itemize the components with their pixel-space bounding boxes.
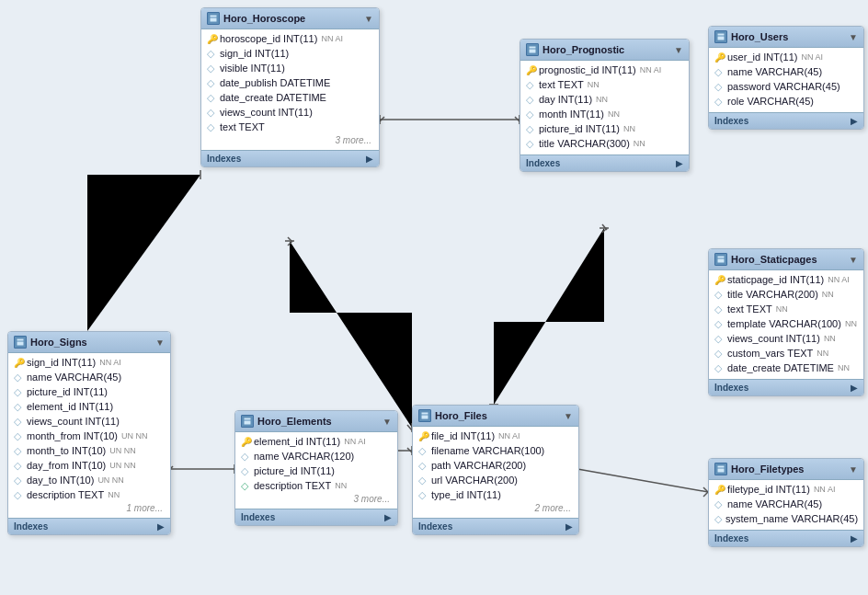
table-title-users: Horo_Users	[731, 31, 788, 42]
pk-icon: 🔑	[526, 65, 535, 75]
table-footer-signs[interactable]: Indexes ▶	[8, 518, 170, 534]
table-title-signs: Horo_Signs	[30, 337, 87, 348]
fk-icon: ◇	[714, 96, 724, 108]
table-dropdown-files[interactable]: ▼	[564, 411, 573, 421]
field-element-id: ◇ element_id INT(11)	[8, 399, 170, 414]
table-header-elements: Horo_Elements ▼	[235, 411, 397, 432]
table-dropdown-prognostic[interactable]: ▼	[674, 45, 683, 55]
table-dropdown-staticpages[interactable]: ▼	[849, 255, 858, 265]
svg-line-26	[577, 469, 708, 492]
table-footer-users[interactable]: Indexes ▶	[709, 112, 863, 129]
field-system-name: ◇ system_name VARCHAR(45)	[709, 511, 863, 526]
field-type-id: ◇ type_id INT(11)	[413, 487, 578, 502]
pk-icon: 🔑	[714, 275, 724, 285]
more-fields-elements: 3 more...	[235, 493, 397, 505]
field-picture-id-prog: ◇ picture_id INT(11) NN	[520, 121, 689, 136]
fk-icon: ◇	[14, 475, 23, 486]
fk-icon: ◇	[714, 333, 724, 345]
table-title-filetypes: Horo_Filetypes	[731, 463, 804, 475]
table-title-staticpages: Horo_Staticpages	[731, 254, 817, 265]
fk-icon: ◇	[526, 138, 535, 150]
table-footer-horoscope[interactable]: Indexes ▶	[201, 150, 379, 166]
table-footer-elements[interactable]: Indexes ▶	[235, 509, 397, 525]
field-day: ◇ day INT(11) NN	[520, 92, 689, 107]
fk-icon: ◇	[207, 107, 216, 119]
fk-icon: ◇	[714, 81, 724, 93]
table-dropdown-users[interactable]: ▼	[849, 32, 858, 42]
fk-icon: ◇	[526, 94, 535, 106]
field-picture-id-elements: ◇ picture_id INT(11)	[235, 463, 397, 478]
table-icon-prognostic	[526, 43, 539, 56]
field-month-from: ◇ month_from INT(10) UN NN	[8, 429, 170, 443]
field-role: ◇ role VARCHAR(45)	[709, 94, 863, 109]
table-dropdown-filetypes[interactable]: ▼	[849, 464, 858, 475]
footer-arrow-prognostic: ▶	[676, 158, 683, 168]
table-header-filetypes: Horo_Filetypes ▼	[709, 459, 863, 480]
table-horo-users[interactable]: Horo_Users ▼ 🔑 user_id INT(11) NN AI ◇ n…	[708, 26, 864, 130]
field-user-id: 🔑 user_id INT(11) NN AI	[709, 50, 863, 64]
footer-arrow-elements: ▶	[384, 512, 392, 522]
field-sign-id: ◇ sign_id INT(11)	[201, 46, 379, 61]
fk-icon: ◇	[207, 63, 216, 74]
field-url: ◇ url VARCHAR(200)	[413, 473, 578, 487]
field-day-to: ◇ day_to INT(10) UN NN	[8, 473, 170, 487]
table-body-filetypes: 🔑 filetype_id INT(11) NN AI ◇ name VARCH…	[709, 480, 863, 528]
svg-line-3	[380, 117, 384, 121]
fk-icon: ◇	[14, 489, 23, 501]
fk-icon: ◇	[526, 109, 535, 120]
fk-icon: ◇	[241, 451, 250, 463]
more-fields-horoscope: 3 more...	[201, 134, 379, 146]
table-dropdown-signs[interactable]: ▼	[155, 338, 165, 348]
svg-rect-36	[529, 46, 536, 53]
table-footer-filetypes[interactable]: Indexes ▶	[709, 530, 863, 546]
table-horo-staticpages[interactable]: Horo_Staticpages ▼ 🔑 staticpage_id INT(1…	[708, 248, 864, 396]
fk-icon: ◇	[14, 445, 23, 457]
more-fields-signs: 1 more...	[8, 502, 170, 514]
fk-icon: ◇	[526, 79, 535, 91]
footer-arrow-filetypes: ▶	[851, 533, 858, 544]
svg-line-11	[288, 237, 292, 242]
field-date-publish: ◇ date_publish DATETIME	[201, 75, 379, 90]
table-horo-elements[interactable]: Horo_Elements ▼ 🔑 element_id INT(11) NN …	[234, 410, 398, 526]
table-header-prognostic: Horo_Prognostic ▼	[520, 40, 689, 61]
table-footer-prognostic[interactable]: Indexes ▶	[520, 154, 689, 171]
table-title-elements: Horo_Elements	[257, 416, 332, 427]
field-name-elements: ◇ name VARCHAR(120)	[235, 449, 397, 463]
field-file-id: 🔑 file_id INT(11) NN AI	[413, 429, 578, 443]
table-title-horoscope: Horo_Horoscope	[223, 13, 305, 24]
svg-rect-42	[717, 465, 725, 473]
fk-icon: ◇	[14, 401, 23, 413]
svg-rect-40	[717, 256, 725, 263]
table-footer-staticpages[interactable]: Indexes ▶	[709, 379, 863, 395]
table-horo-files[interactable]: Horo_Files ▼ 🔑 file_id INT(11) NN AI ◇ f…	[412, 405, 579, 535]
table-horo-prognostic[interactable]: Horo_Prognostic ▼ 🔑 prognostic_id INT(11…	[520, 39, 690, 172]
table-footer-files[interactable]: Indexes ▶	[413, 518, 578, 534]
fk-icon: ◇	[14, 416, 23, 428]
svg-rect-46	[244, 418, 251, 425]
table-horo-signs[interactable]: Horo_Signs ▼ 🔑 sign_id INT(11) NN AI ◇ n…	[7, 331, 171, 535]
field-filename: ◇ filename VARCHAR(100)	[413, 443, 578, 458]
fk-icon: ◇	[14, 372, 23, 383]
table-dropdown-horoscope[interactable]: ▼	[364, 14, 373, 24]
footer-arrow-users: ▶	[851, 116, 858, 126]
field-title-static: ◇ title VARCHAR(200) NN	[709, 287, 863, 302]
table-horo-horoscope[interactable]: Horo_Horoscope ▼ 🔑 horoscope_id INT(11) …	[200, 7, 380, 167]
table-header-files: Horo_Files ▼	[413, 406, 578, 427]
svg-rect-44	[17, 338, 24, 346]
table-body-signs: 🔑 sign_id INT(11) NN AI ◇ name VARCHAR(4…	[8, 353, 170, 516]
field-date-create: ◇ date_create DATETIME	[201, 90, 379, 105]
field-title-prog: ◇ title VARCHAR(300) NN	[520, 136, 689, 151]
table-horo-filetypes[interactable]: Horo_Filetypes ▼ 🔑 filetype_id INT(11) N…	[708, 458, 864, 547]
field-text-static: ◇ text TEXT NN	[709, 302, 863, 316]
fk-icon: ◇	[714, 289, 724, 301]
field-text-prog: ◇ text TEXT NN	[520, 77, 689, 92]
field-sign-id-signs: 🔑 sign_id INT(11) NN AI	[8, 355, 170, 370]
fk-icon: ◇	[714, 66, 724, 78]
svg-rect-38	[717, 33, 725, 40]
svg-line-31	[602, 224, 607, 230]
table-header-users: Horo_Users ▼	[709, 27, 863, 48]
field-name-user: ◇ name VARCHAR(45)	[709, 64, 863, 79]
table-icon-elements	[241, 415, 254, 428]
table-body-elements: 🔑 element_id INT(11) NN AI ◇ name VARCHA…	[235, 432, 397, 507]
table-dropdown-elements[interactable]: ▼	[383, 417, 392, 427]
